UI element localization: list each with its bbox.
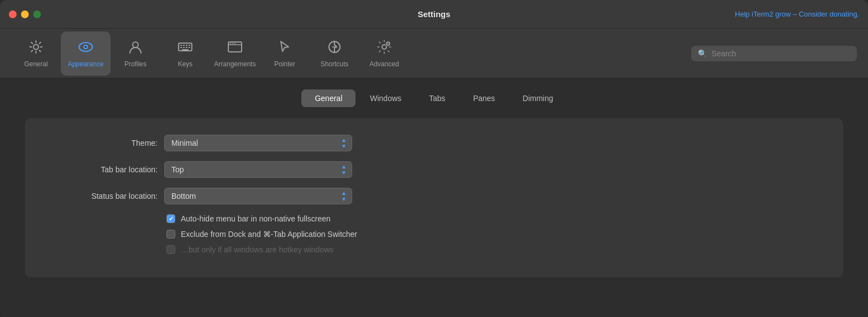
- toolbar-label-general: General: [24, 60, 48, 68]
- toolbar-label-pointer: Pointer: [274, 60, 295, 68]
- svg-rect-18: [232, 43, 234, 44]
- svg-rect-8: [186, 45, 187, 46]
- maximize-button[interactable]: [33, 10, 41, 18]
- theme-select-wrapper: Minimal Regular Compact ▲ ▼: [164, 135, 352, 151]
- svg-rect-19: [234, 43, 236, 44]
- person-icon: [128, 39, 143, 57]
- svg-rect-6: [180, 45, 182, 46]
- window-icon: [227, 39, 243, 57]
- settings-panel: Theme: Minimal Regular Compact ▲ ▼ Tab b…: [25, 118, 843, 277]
- svg-rect-11: [183, 47, 185, 48]
- toolbar-label-shortcuts: Shortcuts: [321, 60, 349, 68]
- toolbar-item-advanced[interactable]: Advanced: [359, 31, 409, 76]
- tab-bar-location-row: Tab bar location: Top Bottom Left Right …: [47, 161, 821, 178]
- toolbar-item-shortcuts[interactable]: Shortcuts: [310, 31, 359, 76]
- tab-windows[interactable]: Windows: [357, 89, 415, 107]
- auto-hide-menu-bar-label: Auto-hide menu bar in non-native fullscr…: [181, 214, 331, 223]
- toolbar-item-pointer[interactable]: Pointer: [260, 31, 310, 76]
- svg-rect-17: [230, 43, 232, 44]
- minimize-button[interactable]: [21, 10, 29, 18]
- toolbar-label-profiles: Profiles: [124, 60, 147, 68]
- status-bar-location-row: Status bar location: Bottom Top ▲ ▼: [47, 188, 821, 204]
- theme-row: Theme: Minimal Regular Compact ▲ ▼: [47, 135, 821, 151]
- exclude-from-dock-checkbox[interactable]: [166, 230, 175, 239]
- svg-rect-9: [189, 45, 190, 46]
- toolbar-item-general[interactable]: General: [11, 31, 61, 76]
- toolbar-item-appearance[interactable]: Appearance: [61, 31, 111, 76]
- status-bar-location-label: Status bar location:: [47, 192, 158, 200]
- toolbar-label-arrangements: Arrangements: [214, 60, 255, 68]
- svg-point-3: [85, 46, 87, 48]
- toolbar-label-advanced: Advanced: [369, 60, 399, 68]
- svg-point-4: [133, 42, 138, 47]
- tab-bar-location-select[interactable]: Top Bottom Left Right: [164, 161, 352, 178]
- toolbar-item-profiles[interactable]: Profiles: [111, 31, 160, 76]
- tab-bar-location-select-wrapper: Top Bottom Left Right ▲ ▼: [164, 161, 352, 178]
- toolbar: General Appearance Profiles: [0, 29, 868, 78]
- subtabs: General Windows Tabs Panes Dimming: [17, 89, 851, 107]
- tab-dimming[interactable]: Dimming: [509, 89, 566, 107]
- donate-link[interactable]: Help iTerm2 grow – Consider donating.: [735, 10, 859, 18]
- toolbar-label-appearance: Appearance: [68, 60, 104, 68]
- toolbar-label-keys: Keys: [178, 60, 193, 68]
- exclude-from-dock-row: Exclude from Dock and ⌘-Tab Application …: [166, 230, 821, 239]
- hotkey-windows-only-label: …but only if all windows are hotkey wind…: [181, 245, 333, 254]
- svg-rect-13: [189, 47, 190, 48]
- search-container[interactable]: 🔍: [691, 46, 857, 61]
- hotkey-windows-only-row: …but only if all windows are hotkey wind…: [166, 245, 821, 254]
- svg-rect-14: [182, 49, 189, 50]
- titlebar: Settings Help iTerm2 grow – Consider don…: [0, 0, 868, 29]
- traffic-lights: [9, 10, 41, 18]
- svg-rect-12: [186, 47, 187, 48]
- status-bar-location-select[interactable]: Bottom Top: [164, 188, 352, 204]
- tab-panes[interactable]: Panes: [460, 89, 509, 107]
- search-icon: 🔍: [698, 49, 707, 58]
- window-title: Settings: [417, 9, 450, 19]
- hotkey-windows-only-checkbox[interactable]: [166, 245, 175, 254]
- pointer-icon: [277, 39, 292, 57]
- toolbar-item-arrangements[interactable]: Arrangements: [210, 31, 260, 76]
- theme-label: Theme:: [47, 139, 158, 147]
- exclude-from-dock-label: Exclude from Dock and ⌘-Tab Application …: [181, 230, 357, 239]
- content-area: General Windows Tabs Panes Dimming Theme…: [0, 78, 868, 317]
- checkmark-icon: ✓: [169, 215, 174, 223]
- keyboard-icon: [177, 39, 193, 57]
- lightning-icon: [327, 39, 342, 57]
- auto-hide-menu-bar-checkbox[interactable]: ✓: [166, 214, 175, 223]
- auto-hide-menu-bar-row: ✓ Auto-hide menu bar in non-native fulls…: [166, 214, 821, 223]
- gear-advanced-icon: [377, 39, 392, 57]
- main-window: Settings Help iTerm2 grow – Consider don…: [0, 0, 868, 317]
- theme-select[interactable]: Minimal Regular Compact: [164, 135, 352, 151]
- status-bar-location-select-wrapper: Bottom Top ▲ ▼: [164, 188, 352, 204]
- svg-rect-10: [180, 47, 182, 48]
- svg-point-0: [34, 44, 39, 49]
- tab-general[interactable]: General: [301, 89, 355, 107]
- tab-bar-location-label: Tab bar location:: [47, 165, 158, 174]
- eye-icon: [77, 39, 94, 57]
- svg-rect-7: [183, 45, 185, 46]
- tab-tabs[interactable]: Tabs: [416, 89, 459, 107]
- close-button[interactable]: [9, 10, 17, 18]
- gear-icon: [28, 39, 44, 57]
- search-input[interactable]: [712, 49, 850, 58]
- toolbar-item-keys[interactable]: Keys: [160, 31, 210, 76]
- svg-point-21: [382, 45, 386, 49]
